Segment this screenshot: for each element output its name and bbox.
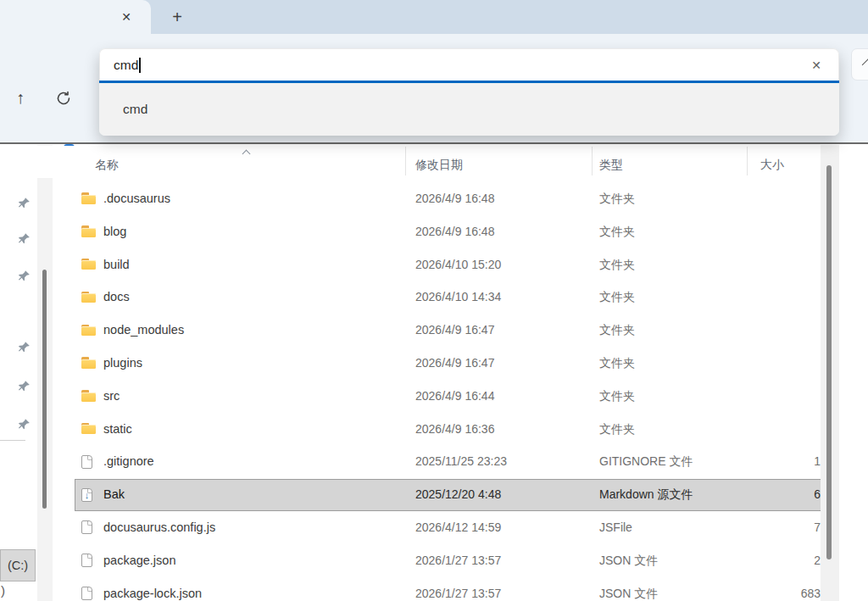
column-separator[interactable] bbox=[592, 147, 593, 175]
close-tab-icon[interactable]: ✕ bbox=[117, 8, 136, 26]
file-row[interactable]: ↓ package.json 2026/1/27 13:57 JSON 文件 2 bbox=[0, 544, 868, 577]
file-name: .gitignore bbox=[103, 445, 154, 478]
file-icon: ↓ bbox=[81, 520, 92, 534]
folder-icon: ↓ bbox=[81, 225, 96, 237]
file-name: Bak bbox=[103, 478, 125, 511]
folder-icon: ↓ bbox=[81, 357, 96, 369]
file-date: 2026/1/27 13:57 bbox=[415, 577, 501, 601]
folder-icon: ↓ bbox=[81, 423, 96, 435]
file-row[interactable]: ↓ package-lock.json 2026/1/27 13:57 JSON… bbox=[0, 577, 868, 601]
file-type: 文件夹 bbox=[599, 182, 635, 215]
file-icon: ↓ bbox=[81, 554, 92, 567]
suggestion-dropdown: cmd bbox=[99, 83, 839, 136]
file-explorer-window: ✕ + ↑ ✂ cmd ✕ cmd bbox=[0, 0, 868, 601]
file-date: 2026/4/10 15:20 bbox=[415, 248, 501, 281]
folder-icon: ↓ bbox=[81, 192, 96, 204]
list-header: 名称 修改日期 类型 大小 bbox=[0, 146, 868, 178]
file-name: docusaurus.config.js bbox=[103, 511, 215, 544]
search-icon bbox=[862, 58, 868, 70]
column-separator[interactable] bbox=[747, 147, 748, 175]
file-date: 2026/1/27 13:57 bbox=[415, 544, 501, 577]
file-date: 2026/4/9 16:47 bbox=[415, 347, 494, 380]
file-name: build bbox=[103, 248, 130, 281]
file-date: 2026/4/12 14:59 bbox=[415, 511, 501, 544]
file-row[interactable]: ↓ blog 2026/4/9 16:48 文件夹 bbox=[0, 215, 868, 248]
file-date: 2026/4/9 16:36 bbox=[415, 413, 494, 446]
file-type: GITIGNORE 文件 bbox=[599, 445, 693, 478]
address-input[interactable]: cmd ✕ bbox=[99, 48, 839, 81]
file-type: 文件夹 bbox=[599, 413, 635, 446]
file-name: src bbox=[103, 380, 120, 413]
search-box[interactable] bbox=[851, 48, 868, 81]
explorer-tab[interactable]: ✕ bbox=[0, 0, 151, 34]
folder-icon: ↓ bbox=[81, 292, 96, 303]
file-date: 2026/4/10 14:34 bbox=[415, 281, 501, 314]
file-size: 2 bbox=[727, 544, 821, 577]
file-name: docs bbox=[103, 281, 130, 314]
file-type: 文件夹 bbox=[599, 215, 635, 248]
suggestion-item[interactable]: cmd bbox=[99, 83, 839, 136]
titlebar: ✕ + bbox=[0, 0, 868, 34]
file-row[interactable]: ↓ .docusaurus 2026/4/9 16:48 文件夹 bbox=[0, 182, 868, 215]
address-bar-popup: cmd ✕ cmd bbox=[99, 48, 839, 136]
file-type: 文件夹 bbox=[599, 281, 635, 314]
up-arrow-icon[interactable]: ↑ bbox=[11, 85, 30, 110]
file-type: JSON 文件 bbox=[599, 577, 658, 601]
file-date: 2026/4/9 16:48 bbox=[415, 182, 494, 215]
file-name: node_modules bbox=[103, 314, 184, 347]
file-date: 2026/4/9 16:47 bbox=[415, 314, 494, 347]
folder-icon: ↓ bbox=[81, 325, 96, 337]
file-row[interactable]: ↓ static 2026/4/9 16:36 文件夹 bbox=[0, 413, 868, 446]
file-size: 683 bbox=[727, 577, 821, 601]
list-scrollbar-thumb[interactable] bbox=[826, 165, 832, 559]
sort-ascending-icon bbox=[243, 149, 250, 156]
file-list: ↓ .docusaurus 2026/4/9 16:48 文件夹 ↓ blog … bbox=[0, 182, 868, 601]
address-value: cmd bbox=[114, 58, 138, 72]
markdown-icon: ↓ bbox=[81, 488, 92, 502]
column-header-name[interactable]: 名称 bbox=[95, 146, 119, 178]
file-type: Markdown 源文件 bbox=[599, 478, 693, 511]
toolbar-content-separator bbox=[0, 142, 868, 144]
file-name: blog bbox=[103, 215, 126, 248]
file-icon: ↓ bbox=[81, 587, 92, 600]
clear-icon[interactable]: ✕ bbox=[806, 49, 826, 81]
column-separator[interactable] bbox=[405, 147, 406, 175]
file-icon: ↓ bbox=[81, 455, 92, 469]
folder-icon: ↓ bbox=[81, 259, 96, 270]
file-row[interactable]: ↓ src 2026/4/9 16:44 文件夹 bbox=[0, 380, 868, 413]
column-header-type[interactable]: 类型 bbox=[599, 146, 623, 178]
file-name: static bbox=[103, 413, 132, 446]
file-date: 2026/4/9 16:48 bbox=[415, 215, 494, 248]
folder-icon: ↓ bbox=[81, 390, 96, 402]
text-caret bbox=[139, 58, 141, 73]
file-date: 2025/11/25 23:23 bbox=[415, 445, 507, 478]
file-row[interactable]: ↓ build 2026/4/10 15:20 文件夹 bbox=[0, 248, 868, 281]
file-row[interactable]: ↓ docusaurus.config.js 2026/4/12 14:59 J… bbox=[0, 511, 868, 544]
file-row[interactable]: ↓ .gitignore 2025/11/25 23:23 GITIGNORE … bbox=[0, 445, 868, 478]
file-type: 文件夹 bbox=[599, 380, 635, 413]
file-row[interactable]: ↓ plugins 2026/4/9 16:47 文件夹 bbox=[0, 347, 868, 380]
file-type: JSFile bbox=[599, 511, 632, 544]
markdown-arrow-icon: ↓ bbox=[82, 489, 92, 501]
file-row[interactable]: ↓ node_modules 2026/4/9 16:47 文件夹 bbox=[0, 314, 868, 347]
file-type: JSON 文件 bbox=[599, 544, 658, 577]
column-header-date[interactable]: 修改日期 bbox=[415, 146, 463, 178]
file-row[interactable]: ↓ docs 2026/4/10 14:34 文件夹 bbox=[0, 281, 868, 314]
new-tab-button[interactable]: + bbox=[167, 6, 187, 28]
file-name: package.json bbox=[103, 544, 175, 577]
file-size: 7 bbox=[727, 511, 821, 544]
file-type: 文件夹 bbox=[599, 347, 635, 380]
file-name: package-lock.json bbox=[103, 577, 202, 601]
file-type: 文件夹 bbox=[599, 248, 635, 281]
column-header-size[interactable]: 大小 bbox=[760, 146, 784, 178]
file-size: 6 bbox=[727, 478, 821, 511]
file-date: 2026/4/9 16:44 bbox=[415, 380, 494, 413]
file-date: 2025/12/20 4:48 bbox=[415, 478, 501, 511]
file-row[interactable]: ↓ Bak 2025/12/20 4:48 Markdown 源文件 6 bbox=[0, 478, 868, 511]
file-name: .docusaurus bbox=[103, 182, 170, 215]
file-type: 文件夹 bbox=[599, 314, 635, 347]
refresh-icon[interactable] bbox=[55, 90, 72, 107]
file-name: plugins bbox=[103, 347, 142, 380]
file-size: 1 bbox=[727, 445, 821, 478]
